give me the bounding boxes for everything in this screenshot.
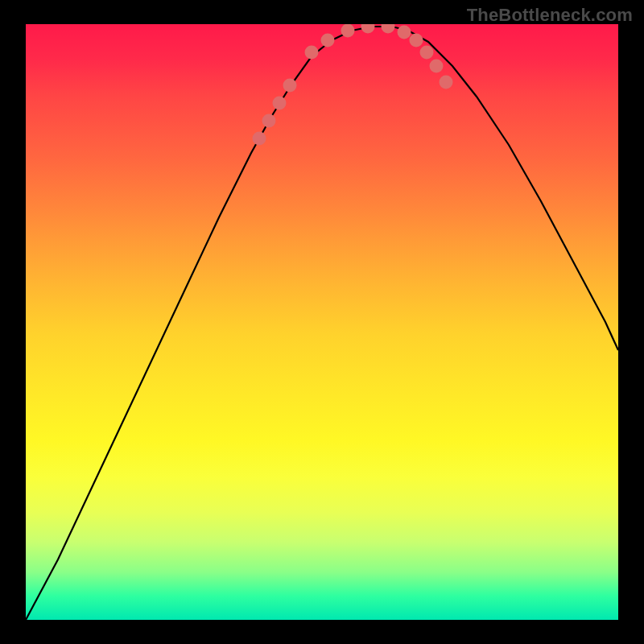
dot [262,114,276,128]
dot [430,60,444,73]
dot [273,97,287,110]
dot [341,24,355,38]
plot-area [26,24,618,620]
dot [440,76,453,89]
dot [382,24,395,34]
curve-layer [26,24,618,620]
dot [420,46,434,60]
dot [305,46,319,60]
dot [321,34,335,47]
dot [361,24,375,34]
bottleneck-curve [26,27,618,620]
watermark-text: TheBottleneck.com [467,5,633,26]
chart-frame: TheBottleneck.com [0,0,644,644]
dot [253,132,266,146]
dot [283,79,297,93]
dot [410,34,423,47]
dot [398,26,411,39]
highlight-dots [253,24,453,146]
